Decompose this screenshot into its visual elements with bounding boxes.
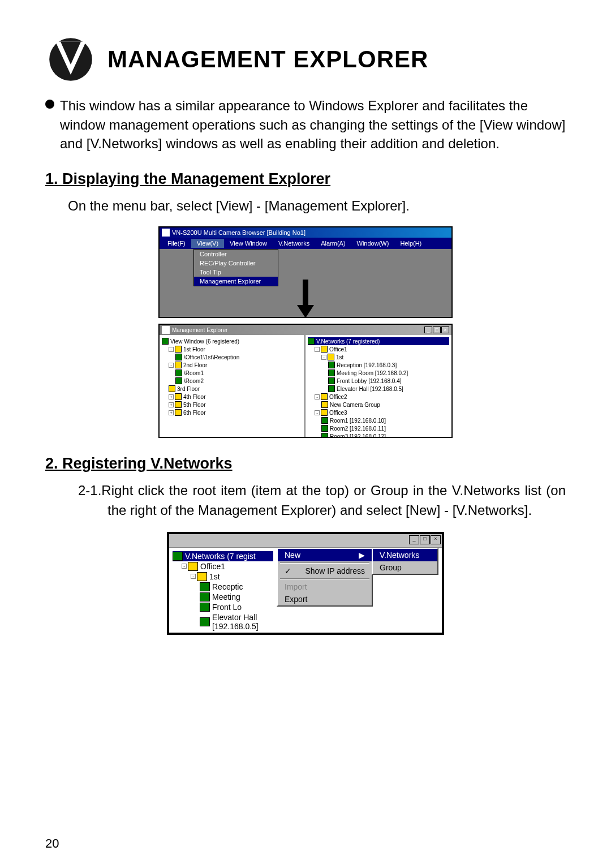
ctx-meeting[interactable]: Meeting [173,592,273,602]
menu-view[interactable]: View(V) [191,239,224,248]
ctx-separator [280,562,369,564]
app-titlebar: VN-S200U Multi Camera Browser [Building … [160,227,451,238]
menu-window[interactable]: Window(W) [351,239,395,248]
section1-heading: 1. Displaying the Management Explorer [45,170,566,188]
menu-view-window[interactable]: View Window [224,239,273,248]
app-title: VN-S200U Multi Camera Browser [Building … [172,229,306,236]
ctx-separator2 [280,578,369,579]
window-buttons: _ □ × [424,326,449,333]
menu-file[interactable]: File(F) [162,239,191,248]
ctx-office1[interactable]: -Office1 [173,561,273,571]
ctx-receptic[interactable]: Receptic [173,582,273,592]
checkmark-logo-icon [45,34,96,85]
ctx-close-button[interactable]: × [431,535,441,544]
svg-rect-1 [303,280,308,305]
tree-reception-cam[interactable]: Reception [192.168.0.3] [308,361,449,369]
svg-marker-2 [297,305,314,318]
tree-meeting-cam[interactable]: Meeting Room [192.168.0.2] [308,369,449,377]
tree-floor5[interactable]: +5th Floor [162,401,302,409]
tree-floor1-reception[interactable]: \Office1\1st\Reception [162,353,302,361]
tree-root-right[interactable]: V.Networks (7 registered) [308,337,449,345]
maximize-button[interactable]: □ [433,326,441,333]
main-title: MANAGEMENT EXPLORER [107,46,428,73]
tree-room2-cam[interactable]: Room2 [192.168.0.11] [308,424,449,432]
ctx-front-lo[interactable]: Front Lo [173,602,273,612]
tree-room1-cam[interactable]: Room1 [192.168.0.10] [308,416,449,424]
tree-lobby-cam[interactable]: Front Lobby [192.168.0.4] [308,377,449,385]
ctx-elevator[interactable]: Elevator Hall [192.168.0.5] [173,612,273,631]
view-dropdown: Controller REC/Play Controller Tool Tip … [193,249,278,286]
context-window: _ □ × V.Networks (7 regist -Office1 -1st… [167,532,444,635]
intro-text: This window has a similar appearance to … [60,96,566,153]
bullet-icon [45,100,54,109]
intro-paragraph: This window has a similar appearance to … [45,96,566,153]
menu-help[interactable]: Help(H) [394,239,427,248]
ctx-menu-new[interactable]: New▶ [278,549,372,561]
app-main-area: Controller REC/Play Controller Tool Tip … [160,249,451,317]
explorer-icon [162,326,170,334]
section2-heading: 2. Registering V.Networks [45,455,566,472]
tree-root-left[interactable]: View Window (6 registered) [162,337,302,345]
ctx-maximize-button[interactable]: □ [420,535,430,544]
close-button[interactable]: × [441,326,449,333]
ctx-1st[interactable]: -1st [173,571,273,582]
submenu-arrow-icon: ▶ [359,551,365,560]
arrow-down-icon [294,280,317,320]
menubar: File(F) View(V) View Window V.Networks A… [160,238,451,249]
tree-floor3[interactable]: 3rd Floor [162,385,302,393]
screenshot1-container: VN-S200U Multi Camera Browser [Building … [45,226,566,438]
dropdown-tool-tip[interactable]: Tool Tip [194,268,278,277]
ctx-titlebar: _ □ × [169,534,442,548]
tree-elevator-cam[interactable]: Elevator Hall [192.168.0.5] [308,385,449,393]
ctx-menu-show-ip[interactable]: ✓Show IP address [278,565,372,577]
tree-room3-cam[interactable]: Room3 [192.168.0.12] [308,432,449,437]
tree-1st[interactable]: -1st [308,353,449,361]
page-number: 20 [45,836,59,851]
ctx-tree: V.Networks (7 regist -Office1 -1st Recep… [169,548,277,633]
minimize-button[interactable]: _ [424,326,432,333]
right-tree-panel: V.Networks (7 registered) -Office1 -1st … [306,335,451,437]
context-menu-submenu: V.Networks Group [372,548,438,575]
tree-floor1[interactable]: -1st Floor [162,345,302,353]
ctx-menu-import[interactable]: Import [278,581,372,593]
dropdown-controller[interactable]: Controller [194,250,278,259]
ctx-submenu-vnetworks[interactable]: V.Networks [373,549,437,561]
left-tree-panel: View Window (6 registered) -1st Floor \O… [160,335,306,437]
tree-office2[interactable]: -Office2 [308,393,449,401]
app-window: VN-S200U Multi Camera Browser [Building … [158,226,453,318]
section1-text: On the menu bar, select [View] - [Manage… [68,196,566,216]
explorer-body: View Window (6 registered) -1st Floor \O… [160,335,451,437]
explorer-window: Management Explorer _ □ × View Window (6… [158,324,453,438]
ctx-submenu-group[interactable]: Group [373,561,437,574]
app-icon [162,229,170,237]
title-row: MANAGEMENT EXPLORER [45,34,566,85]
tree-floor2[interactable]: -2nd Floor [162,361,302,369]
tree-room2[interactable]: \Room2 [162,377,302,385]
explorer-title-text: Management Explorer [172,327,227,333]
tree-floor4[interactable]: +4th Floor [162,393,302,401]
tree-room1[interactable]: \Room1 [162,369,302,377]
menu-alarm[interactable]: Alarm(A) [315,239,351,248]
dropdown-mgmt-explorer[interactable]: Management Explorer [194,277,278,286]
explorer-titlebar: Management Explorer _ □ × [160,325,451,335]
tree-office1[interactable]: -Office1 [308,345,449,353]
ctx-root[interactable]: V.Networks (7 regist [173,551,273,561]
ctx-minimize-button[interactable]: _ [409,535,419,544]
ctx-body: V.Networks (7 regist -Office1 -1st Recep… [169,548,442,633]
dropdown-rec-play[interactable]: REC/Play Controller [194,259,278,268]
ctx-menu-export[interactable]: Export [278,593,372,605]
tree-new-camera[interactable]: New Camera Group [308,401,449,409]
section2-step: 2-1.Right click the root item (item at t… [107,481,566,521]
context-menu-primary: New▶ ✓Show IP address Import Export [277,548,373,607]
screenshot2-container: _ □ × V.Networks (7 regist -Office1 -1st… [45,532,566,635]
menu-vnetworks[interactable]: V.Networks [273,239,315,248]
tree-floor6[interactable]: +6th Floor [162,409,302,416]
tree-office3[interactable]: -Office3 [308,409,449,416]
